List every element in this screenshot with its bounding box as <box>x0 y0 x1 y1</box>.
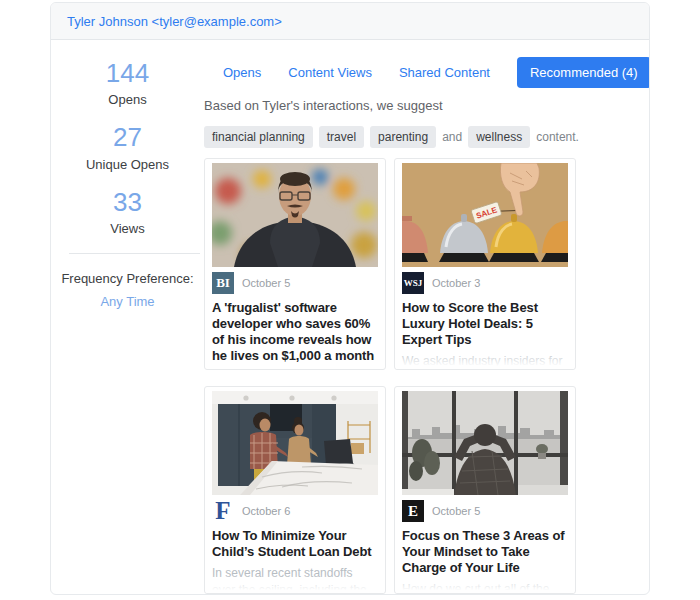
publisher-row: WSJ October 3 <box>402 272 568 294</box>
article-date: October 5 <box>432 505 480 517</box>
tab-content-views[interactable]: Content Views <box>288 65 372 80</box>
stat-views: 33 Views <box>51 189 204 238</box>
article-date: October 6 <box>242 505 290 517</box>
business-insider-logo-icon: BI <box>212 272 234 294</box>
wsj-logo-icon: WSJ <box>402 272 424 294</box>
article-title: Focus on These 3 Areas of Your Mindset t… <box>402 528 568 576</box>
main-content: Opens Content Views Shared Content Recom… <box>204 40 576 594</box>
email-contact-panel: Tyler Johnson <tyler@example.com> 144 Op… <box>50 2 650 595</box>
stat-unique-opens: 27 Unique Opens <box>51 124 204 173</box>
panel-body: 144 Opens 27 Unique Opens 33 Views Frequ… <box>51 40 649 594</box>
article-excerpt: We asked industry insiders for the best … <box>402 353 568 370</box>
article-card-hotel-deals[interactable]: SALE WSJ October 3 How to Score the Best… <box>394 158 576 370</box>
tab-opens[interactable]: Opens <box>223 65 261 80</box>
article-title: A 'frugalist' software developer who sav… <box>212 300 378 363</box>
views-label: Views <box>51 220 204 238</box>
article-title: How to Score the Best Luxury Hotel Deals… <box>402 300 568 348</box>
topic-badge-financial-planning: financial planning <box>204 126 313 148</box>
article-image-man-portrait <box>212 163 378 267</box>
frequency-preference-value[interactable]: Any Time <box>51 294 204 309</box>
stats-sidebar: 144 Opens 27 Unique Opens 33 Views Frequ… <box>51 40 204 594</box>
unique-opens-label: Unique Opens <box>51 156 204 174</box>
tab-shared-content[interactable]: Shared Content <box>399 65 490 80</box>
topic-badge-parenting: parenting <box>370 126 436 148</box>
article-card-mindset[interactable]: E October 5 Focus on These 3 Areas of Yo… <box>394 386 576 594</box>
opens-label: Opens <box>51 91 204 109</box>
article-image-kitchen-couple <box>212 391 378 495</box>
article-date: October 3 <box>432 277 480 289</box>
article-excerpt: How do we cut out all of the external <box>402 581 568 594</box>
publisher-row: F October 6 <box>212 500 378 522</box>
article-image-man-at-window <box>402 391 568 495</box>
article-date: October 5 <box>242 277 290 289</box>
views-count: 33 <box>51 189 204 216</box>
topic-badge-wellness: wellness <box>468 126 530 148</box>
article-title: How To Minimize Your Child’s Student Loa… <box>212 528 378 560</box>
publisher-row: E October 5 <box>402 500 568 522</box>
article-image-sale-bells: SALE <box>402 163 568 267</box>
contact-name-email: Tyler Johnson <tyler@example.com> <box>67 14 282 29</box>
suffix-text: content. <box>536 130 579 144</box>
tab-bar: Opens Content Views Shared Content Recom… <box>223 57 576 88</box>
article-excerpt: In several recent standoffs over the cei… <box>212 565 378 594</box>
suggested-topics-row: financial planning travel parenting and … <box>204 126 576 148</box>
sidebar-divider <box>69 253 200 254</box>
contact-header: Tyler Johnson <tyler@example.com> <box>51 3 649 40</box>
conjunction-text: and <box>442 130 462 144</box>
publisher-row: BI October 5 <box>212 272 378 294</box>
topic-badge-travel: travel <box>319 126 364 148</box>
tab-recommended[interactable]: Recommended (4) <box>517 57 650 88</box>
stat-opens: 144 Opens <box>51 60 204 109</box>
unique-opens-count: 27 <box>51 124 204 151</box>
forbes-logo-icon: F <box>212 500 234 522</box>
suggestion-intro: Based on Tyler's interactions, we sugges… <box>204 97 576 115</box>
frequency-preference-label: Frequency Preference: <box>51 270 204 288</box>
recommended-articles-grid: BI October 5 A 'frugalist' software deve… <box>204 158 576 594</box>
article-card-student-loan[interactable]: F October 6 How To Minimize Your Child’s… <box>204 386 386 594</box>
opens-count: 144 <box>51 60 204 87</box>
entrepreneur-logo-icon: E <box>402 500 424 522</box>
article-card-frugalist[interactable]: BI October 5 A 'frugalist' software deve… <box>204 158 386 370</box>
